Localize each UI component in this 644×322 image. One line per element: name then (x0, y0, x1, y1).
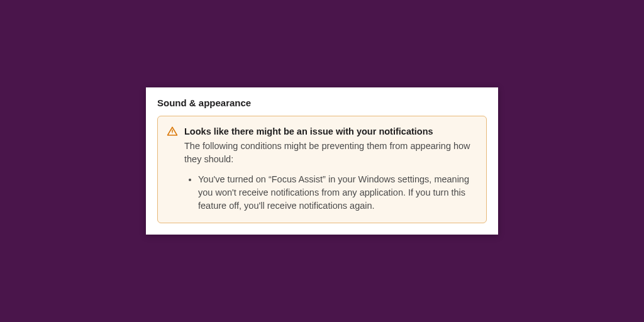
alert-list-item: You've turned on “Focus Assist” in your … (198, 173, 476, 213)
alert-lead: The following conditions might be preven… (184, 140, 476, 166)
notification-warning-alert: Looks like there might be an issue with … (157, 116, 487, 223)
alert-list: You've turned on “Focus Assist” in your … (184, 173, 476, 213)
panel-title: Sound & appearance (157, 97, 487, 108)
alert-title: Looks like there might be an issue with … (184, 125, 476, 138)
warning-triangle-icon (167, 126, 178, 137)
alert-body: Looks like there might be an issue with … (184, 125, 476, 212)
settings-panel: Sound & appearance Looks like there migh… (146, 87, 498, 234)
svg-point-1 (172, 134, 173, 135)
